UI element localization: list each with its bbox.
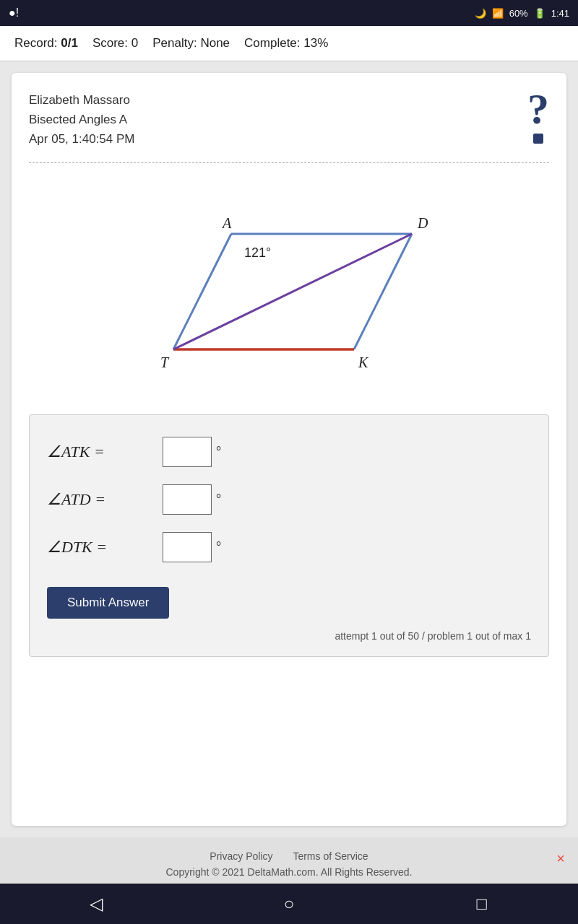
- svg-line-0: [173, 234, 231, 349]
- record-value: 0/1: [61, 36, 78, 50]
- answer-section: ∠ATK = ° ∠ATD = ° ∠DTK = ° Submit Answer…: [29, 414, 549, 657]
- penalty-label: Penalty: None: [152, 36, 230, 51]
- svg-text:T: T: [160, 354, 170, 370]
- svg-text:K: K: [358, 354, 369, 370]
- geometry-diagram: A D T K 121°: [130, 183, 448, 393]
- card-header: Elizabeth Massaro Bisected Angles A Apr …: [29, 90, 549, 149]
- section-divider: [29, 162, 549, 163]
- diagram-container: A D T K 121°: [29, 176, 549, 407]
- help-icon[interactable]: ?: [527, 87, 549, 144]
- privacy-policy-link[interactable]: Privacy Policy: [210, 850, 272, 862]
- app-icon: ●!: [9, 6, 19, 19]
- angle-dtk-input[interactable]: [163, 532, 212, 562]
- assignment-name: Bisected Angles A: [29, 110, 134, 129]
- attempt-text: attempt 1 out of 50 / problem 1 out of m…: [47, 630, 531, 642]
- footer-links: Privacy Policy Terms of Service: [0, 850, 578, 862]
- status-right: 🌙 📶 60% 🔋 1:41: [475, 8, 569, 19]
- angle-atd-input[interactable]: [163, 484, 212, 515]
- main-card: Elizabeth Massaro Bisected Angles A Apr …: [12, 73, 566, 826]
- bottom-nav: ◁ ○ □: [0, 884, 578, 924]
- terms-of-service-link[interactable]: Terms of Service: [293, 850, 368, 862]
- submit-button[interactable]: Submit Answer: [47, 587, 169, 619]
- datetime: Apr 05, 1:40:54 PM: [29, 129, 134, 149]
- battery-text: 60%: [509, 8, 528, 19]
- home-button[interactable]: ○: [275, 889, 303, 918]
- angle-atd-label: ∠ATD =: [47, 490, 163, 509]
- svg-line-4: [173, 234, 412, 349]
- record-bar: Record: 0/1 Score: 0 Penalty: None Compl…: [0, 26, 578, 61]
- equation-row-atd: ∠ATD = °: [47, 484, 531, 515]
- angle-atk-label: ∠ATK =: [47, 443, 163, 461]
- record-label: Record: 0/1: [14, 36, 78, 51]
- wifi-icon: 📶: [492, 8, 504, 19]
- recent-button[interactable]: □: [467, 889, 496, 918]
- time-display: 1:41: [551, 8, 569, 19]
- equation-row-dtk: ∠DTK = °: [47, 532, 531, 562]
- status-left: ●!: [9, 6, 19, 19]
- footer: Privacy Policy Terms of Service Copyrigh…: [0, 837, 578, 884]
- degree-symbol-3: °: [216, 539, 221, 554]
- moon-icon: 🌙: [475, 8, 486, 19]
- svg-text:A: A: [221, 215, 232, 231]
- back-button[interactable]: ◁: [82, 889, 111, 918]
- angle-atk-input[interactable]: [163, 437, 212, 467]
- degree-symbol-1: °: [216, 444, 221, 459]
- angle-dtk-label: ∠DTK =: [47, 538, 163, 557]
- degree-symbol-2: °: [216, 492, 221, 507]
- equation-row-atk: ∠ATK = °: [47, 437, 531, 467]
- score-label: Score: 0: [92, 36, 138, 51]
- card-header-info: Elizabeth Massaro Bisected Angles A Apr …: [29, 90, 134, 149]
- status-bar: ●! 🌙 📶 60% 🔋 1:41: [0, 0, 578, 26]
- svg-text:121°: 121°: [244, 245, 271, 260]
- battery-icon: 🔋: [534, 8, 545, 19]
- penalty-value: None: [200, 36, 230, 50]
- complete-value: 13%: [303, 36, 328, 50]
- svg-line-2: [354, 234, 412, 349]
- score-value: 0: [131, 36, 138, 50]
- svg-text:D: D: [417, 215, 428, 231]
- complete-label: Complete: 13%: [244, 36, 328, 51]
- copyright-text: Copyright © 2021 DeltaMath.com. All Righ…: [0, 866, 578, 878]
- close-icon[interactable]: ×: [556, 850, 565, 867]
- student-name: Elizabeth Massaro: [29, 90, 134, 110]
